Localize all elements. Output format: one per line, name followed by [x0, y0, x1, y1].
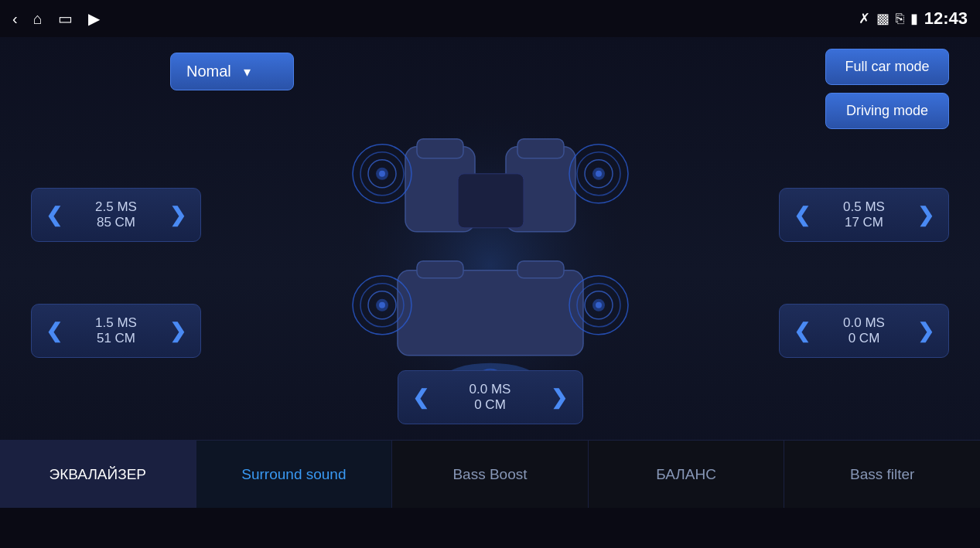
- clock: 12:43: [924, 9, 968, 29]
- decrement-top-right-button[interactable]: ❮: [794, 203, 811, 227]
- increment-mid-left-button[interactable]: ❯: [169, 319, 186, 343]
- bottom-center-values: 0.0 MS 0 CM: [470, 382, 511, 413]
- nav-controls: ‹ ⌂ ▭ ▶: [12, 9, 100, 28]
- speaker-ctrl-bottom-center: ❮ 0.0 MS 0 CM ❯: [398, 370, 583, 424]
- tab-bass-filter[interactable]: Bass filter: [784, 441, 980, 508]
- back-icon[interactable]: ‹: [12, 10, 18, 28]
- top-left-ms: 2.5 MS: [95, 199, 137, 215]
- status-bar: ‹ ⌂ ▭ ▶ ✗ ▩ ⎘ ▮ 12:43: [0, 0, 980, 37]
- top-left-values: 2.5 MS 85 CM: [95, 199, 137, 230]
- top-left-cm: 85 CM: [95, 215, 137, 230]
- increment-top-left-button[interactable]: ❯: [169, 203, 186, 227]
- mode-buttons: Full car mode Driving mode: [825, 49, 949, 129]
- tab-balance-label: БАЛАНС: [656, 466, 716, 483]
- main-content: Nomal ▾ Full car mode Driving mode ❮ 2.5…: [0, 37, 980, 508]
- decrement-bottom-center-button[interactable]: ❮: [412, 386, 429, 410]
- dropdown-value: Nomal: [186, 63, 231, 80]
- car-visualization: [297, 53, 684, 409]
- bottom-center-ms: 0.0 MS: [470, 382, 511, 397]
- signal-icon: ▩: [876, 10, 890, 27]
- svg-rect-4: [517, 138, 564, 158]
- decrement-mid-left-button[interactable]: ❮: [46, 319, 63, 343]
- mid-left-ms: 1.5 MS: [95, 315, 137, 331]
- mid-left-cm: 51 CM: [95, 331, 137, 346]
- bottom-navigation: ЭКВАЛАЙЗЕР Surround sound Bass Boost БАЛ…: [0, 440, 980, 508]
- svg-rect-8: [458, 173, 524, 227]
- wifi-icon: ⎘: [896, 11, 904, 27]
- mid-right-ms: 0.0 MS: [843, 315, 885, 331]
- speaker-ctrl-top-right: ❮ 0.5 MS 17 CM ❯: [779, 188, 949, 242]
- tab-bass-boost-label: Bass Boost: [452, 466, 527, 483]
- tab-bass-boost[interactable]: Bass Boost: [392, 441, 589, 508]
- copy-icon[interactable]: ▭: [58, 9, 73, 28]
- tab-bass-filter-label: Bass filter: [850, 466, 914, 483]
- tab-equalizer-label: ЭКВАЛАЙЗЕР: [50, 466, 146, 483]
- top-right-ms: 0.5 MS: [843, 199, 885, 215]
- speaker-ctrl-top-left: ❮ 2.5 MS 85 CM ❯: [31, 188, 201, 242]
- mid-right-values: 0.0 MS 0 CM: [843, 315, 885, 346]
- tab-equalizer[interactable]: ЭКВАЛАЙЗЕР: [0, 441, 196, 508]
- top-right-cm: 17 CM: [843, 215, 885, 230]
- increment-mid-right-button[interactable]: ❯: [917, 319, 934, 343]
- decrement-top-left-button[interactable]: ❮: [46, 203, 63, 227]
- svg-rect-6: [417, 260, 463, 277]
- battery-icon: ▮: [910, 10, 918, 27]
- bookmark-icon[interactable]: ▶: [88, 9, 100, 28]
- svg-rect-5: [398, 270, 583, 355]
- top-right-values: 0.5 MS 17 CM: [843, 199, 885, 230]
- svg-rect-3: [417, 138, 463, 158]
- dropdown-arrow-icon: ▾: [244, 63, 251, 80]
- home-icon[interactable]: ⌂: [33, 10, 43, 28]
- increment-bottom-center-button[interactable]: ❯: [551, 386, 568, 410]
- mid-right-cm: 0 CM: [843, 331, 885, 346]
- car-area: Nomal ▾ Full car mode Driving mode ❮ 2.5…: [0, 37, 980, 440]
- status-icons: ✗ ▩ ⎘ ▮ 12:43: [859, 9, 968, 29]
- bluetooth-icon: ✗: [859, 10, 870, 27]
- tab-surround-label: Surround sound: [241, 466, 346, 483]
- speaker-ctrl-mid-left: ❮ 1.5 MS 51 CM ❯: [31, 304, 201, 358]
- svg-point-24: [379, 301, 385, 308]
- increment-top-right-button[interactable]: ❯: [917, 203, 934, 227]
- tab-balance[interactable]: БАЛАНС: [589, 441, 785, 508]
- svg-point-14: [379, 170, 385, 176]
- preset-dropdown[interactable]: Nomal ▾: [170, 53, 294, 90]
- driving-mode-button[interactable]: Driving mode: [825, 93, 949, 129]
- mid-left-values: 1.5 MS 51 CM: [95, 315, 137, 346]
- svg-rect-7: [517, 260, 564, 277]
- svg-point-29: [596, 301, 602, 308]
- svg-point-19: [596, 170, 602, 176]
- tab-surround[interactable]: Surround sound: [196, 441, 393, 508]
- full-car-mode-button[interactable]: Full car mode: [825, 49, 949, 85]
- speaker-ctrl-mid-right: ❮ 0.0 MS 0 CM ❯: [779, 304, 949, 358]
- bottom-center-cm: 0 CM: [470, 397, 511, 413]
- decrement-mid-right-button[interactable]: ❮: [794, 319, 811, 343]
